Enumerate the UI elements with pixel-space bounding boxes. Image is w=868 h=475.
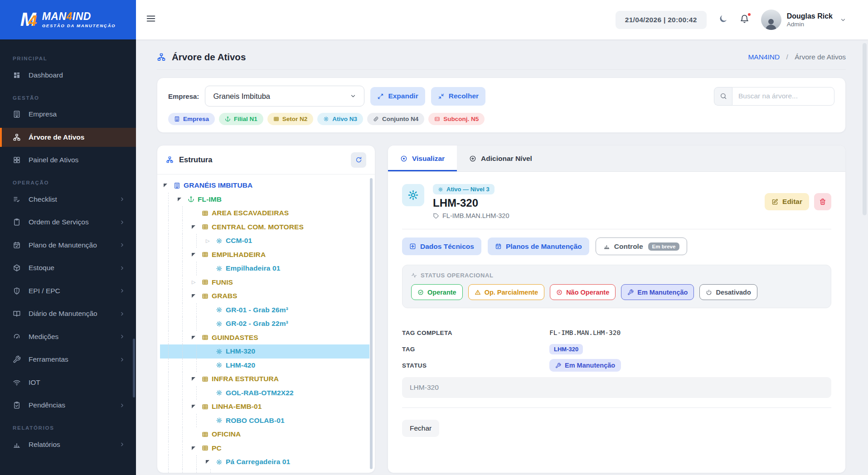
tree-expander-icon[interactable] — [192, 294, 202, 298]
tree-expander-icon[interactable] — [178, 198, 188, 201]
planos-de-manutencao-button[interactable]: Planos de Manutenção — [488, 238, 589, 255]
dados-tecnicos-button[interactable]: Dados Técnicos — [402, 238, 481, 255]
company-select[interactable]: Graneis Imbituba — [205, 86, 364, 107]
sitemap-icon — [13, 133, 21, 141]
asset-tree: GRANÉIS IMBITUBAFL-IMBAREA ESCAVADEIRASC… — [157, 174, 375, 473]
notifications-button[interactable] — [740, 14, 749, 26]
tree-node-pc[interactable]: PC — [160, 441, 369, 456]
tree-node-guindastes[interactable]: GUINDASTES — [160, 331, 369, 345]
tree-node-empilhadeira-01[interactable]: Empilhadeira 01 — [160, 262, 369, 276]
sidebar-item-medicoes[interactable]: Medições — [0, 327, 136, 346]
sidebar-item-ordem-de-servicos[interactable]: Ordem de Serviços — [0, 213, 136, 232]
toolbar-card: Empresa: Graneis Imbituba Expandir Recol… — [157, 78, 846, 133]
tab-visualizar[interactable]: Visualizar — [388, 145, 457, 171]
controle-button[interactable]: ControleEm breve — [596, 238, 688, 255]
tree-search-input[interactable] — [732, 87, 834, 106]
legend-badge-label: Empresa — [183, 116, 209, 122]
tree-guide — [164, 359, 178, 373]
tree-scrollbar[interactable] — [370, 178, 373, 469]
tree-expander-icon[interactable] — [192, 405, 202, 408]
brand-logo[interactable]: M4 MAN4IND GESTÃO DA MANUTENÇÃO — [0, 0, 136, 39]
status-option-nao-operante[interactable]: Não Operante — [550, 284, 616, 300]
tree-expander-icon[interactable] — [192, 377, 202, 381]
tree-node-grabs[interactable]: GRABS — [160, 289, 369, 303]
tree-expander-icon[interactable] — [206, 460, 216, 464]
status-option-desativado[interactable]: Desativado — [699, 284, 757, 300]
status-option-em-manutencao[interactable]: Em Manutenção — [621, 284, 694, 300]
tree-node-area-escavadeiras[interactable]: AREA ESCAVADEIRAS — [160, 206, 369, 220]
status-option-operante[interactable]: Operante — [411, 284, 463, 300]
asset-title: LHM-320 — [433, 197, 756, 209]
tree-guide — [192, 317, 206, 331]
link-icon — [373, 116, 379, 122]
delete-button[interactable] — [814, 193, 831, 210]
tree-node-linha-emb-01[interactable]: LINHA-EMB-01 — [160, 400, 369, 414]
field-row-tag-completa: TAG COMPLETAFL-IMB.MAN.LHM-320 — [402, 326, 831, 339]
tree-node-lhm-320[interactable]: LHM-320 — [160, 344, 369, 359]
tree-guide — [164, 289, 178, 303]
tab-adicionar-nivel[interactable]: Adicionar Nível — [457, 145, 544, 171]
sidebar-item-checklist[interactable]: Checklist — [0, 190, 136, 209]
menu-toggle-button[interactable] — [146, 14, 156, 26]
tree-expander-icon[interactable] — [192, 446, 202, 450]
tag-badge: LHM-320 — [549, 344, 583, 354]
tree-node-funis[interactable]: ▷FUNIS — [160, 276, 369, 290]
tree-node-graneis-imbituba[interactable]: GRANÉIS IMBITUBA — [160, 179, 369, 193]
edit-button[interactable]: Editar — [765, 193, 809, 210]
tree-node-gol-rab-otm2x22[interactable]: GOL-RAB-OTM2X22 — [160, 386, 369, 400]
sidebar-item-painel-de-ativos[interactable]: Painel de Ativos — [0, 151, 136, 170]
tree-node-lhm-420[interactable]: LHM-420 — [160, 359, 369, 373]
tree-node-empilhadeira[interactable]: EMPILHADEIRA — [160, 248, 369, 262]
tree-expander-icon[interactable] — [192, 225, 202, 229]
tree-node-motor-diesel[interactable]: Motor Diesel — [160, 469, 369, 473]
sidebar-item-relatorios[interactable]: Relatórios — [0, 435, 136, 454]
status-option-op-parcialmente[interactable]: Op. Parcialmente — [468, 284, 544, 300]
tree-guide — [192, 234, 206, 248]
sidebar-item-diario-de-manutencao[interactable]: Diário de Manutenção — [0, 305, 136, 324]
field-value: FL-IMB.MAN.LHM-320 — [549, 329, 621, 337]
tree-node-pa-carregadeira-01[interactable]: Pá Carregadeira 01 — [160, 455, 369, 469]
sidebar-item-plano-de-manutencao[interactable]: Plano de Manutenção — [0, 236, 136, 255]
tree-expander-icon[interactable] — [164, 184, 174, 187]
tree-expander-icon[interactable]: ▷ — [192, 279, 202, 285]
tree-expander-icon[interactable] — [192, 336, 202, 339]
sidebar-item-iot[interactable]: IOT — [0, 373, 136, 392]
table-icon — [202, 376, 209, 383]
sidebar-item-label: Medições — [29, 333, 119, 341]
tree-node-fl-imb[interactable]: FL-IMB — [160, 193, 369, 207]
sidebar-scrollbar[interactable] — [133, 339, 135, 397]
gear-icon — [438, 187, 443, 192]
sidebar-item-empresa[interactable]: Empresa — [0, 105, 136, 124]
tree-node-gr-02-grab-22m[interactable]: GR-02 - Grab 22m³ — [160, 317, 369, 331]
sidebar-item-label: Árvore de Ativos — [29, 133, 125, 141]
sidebar-item-estoque[interactable]: Estoque — [0, 259, 136, 278]
expand-all-button[interactable]: Expandir — [370, 87, 425, 106]
refresh-tree-button[interactable] — [351, 152, 366, 168]
sidebar-item-ferramentas[interactable]: Ferramentas — [0, 350, 136, 369]
tree-node-central-com-motores[interactable]: CENTRAL COM. MOTORES — [160, 220, 369, 234]
sidebar-item-pendencias[interactable]: Pendências — [0, 396, 136, 415]
sidebar-item-dashboard[interactable]: Dashboard — [0, 66, 136, 85]
tree-node-gr-01-grab-26m[interactable]: GR-01 - Grab 26m³ — [160, 303, 369, 317]
tree-guide — [164, 206, 178, 220]
structure-panel: Estrutura GRANÉIS IMBITUBAFL-IMBAREA ESC… — [157, 145, 375, 473]
collapse-all-button[interactable]: Recolher — [431, 87, 485, 106]
tree-node-robo-colab-01[interactable]: ROBO COLAB-01 — [160, 414, 369, 428]
list-check-icon — [13, 195, 21, 204]
user-menu[interactable]: Douglas Rick Admin — [761, 10, 846, 30]
sidebar-item-epi-epc[interactable]: EPI / EPC — [0, 281, 136, 301]
asset-tag-path-value: FL-IMB.MAN.LHM-320 — [442, 212, 509, 219]
tree-node-ccm-01[interactable]: ▷CCM-01 — [160, 234, 369, 248]
sidebar-section-label: PRINCIPAL — [13, 56, 123, 61]
page-scrollbar[interactable] — [863, 43, 867, 215]
close-button[interactable]: Fechar — [402, 420, 439, 437]
tree-node-oficina[interactable]: OFICINA — [160, 427, 369, 441]
sidebar-item-arvore-de-ativos[interactable]: Árvore de Ativos — [0, 128, 136, 147]
tree-expander-icon[interactable]: ▷ — [206, 238, 216, 244]
tree-guide — [178, 289, 192, 303]
dark-mode-toggle[interactable] — [718, 14, 728, 26]
breadcrumb-home-link[interactable]: MAN4IND — [748, 53, 780, 61]
tree-expander-icon[interactable] — [192, 253, 202, 257]
tree-guide — [164, 303, 178, 317]
tree-node-infra-estrutura[interactable]: INFRA ESTRUTURA — [160, 372, 369, 386]
